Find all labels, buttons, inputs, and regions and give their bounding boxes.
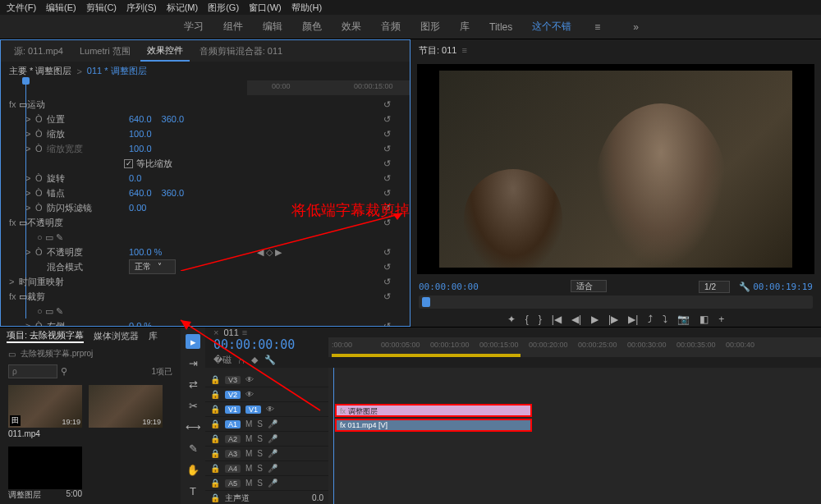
clip-adjustment-layer[interactable]: fx 调整图层 xyxy=(335,404,532,417)
slip-tool[interactable]: ⟷ xyxy=(186,419,200,434)
add-marker-icon[interactable]: ✦ xyxy=(507,314,516,325)
property-row[interactable]: fx▭裁剪↺ xyxy=(9,289,401,304)
track-header[interactable]: 🔒A4MS🎤 xyxy=(205,461,328,476)
menu-item[interactable]: 图形(G) xyxy=(208,2,239,14)
workspace-tab[interactable]: 编辑 xyxy=(261,16,284,37)
bin-item[interactable]: 田19:19011.mp4 xyxy=(8,385,82,438)
menu-item[interactable]: 标记(M) xyxy=(167,2,199,14)
panel-tab[interactable]: 音频剪辑混合器: 011 xyxy=(193,42,289,61)
property-row[interactable]: >Ò旋转0.0↺ xyxy=(9,171,401,186)
property-row[interactable]: >Ò位置640.0360.0↺ xyxy=(9,112,401,126)
ripple-tool[interactable]: ⇄ xyxy=(186,377,200,392)
panel-tab[interactable]: Lumetri 范围 xyxy=(73,42,137,61)
menu-item[interactable]: 文件(F) xyxy=(7,2,36,14)
track-select-tool[interactable]: ⇥ xyxy=(186,355,200,370)
property-row[interactable]: >Ò左侧0.0 %↺ xyxy=(9,318,401,326)
workspace-tab[interactable]: 颜色 xyxy=(300,16,323,37)
workspace-tab[interactable]: 音频 xyxy=(379,16,402,37)
effect-timeline[interactable]: 00:00 00:00:15:00 xyxy=(247,80,410,95)
workspace-tab[interactable]: 学习 xyxy=(182,16,205,37)
snap-icon[interactable]: �磁 xyxy=(213,354,232,366)
bin-item[interactable]: 19:19 xyxy=(89,385,163,438)
property-row[interactable]: >Ò缩放100.0↺ xyxy=(9,126,401,141)
selection-tool[interactable]: ▸ xyxy=(186,334,200,349)
go-in-icon[interactable]: |◀ xyxy=(552,314,562,325)
workspace-tab[interactable]: 图形 xyxy=(419,16,442,37)
clip-video[interactable]: fx 011.mp4 [V] xyxy=(335,419,532,432)
project-bins: 田19:19011.mp419:19 xyxy=(0,380,181,443)
program-scrubber[interactable] xyxy=(419,296,813,309)
workspace-tab[interactable]: 效果 xyxy=(340,16,363,37)
track-header[interactable]: 🔒A5MS🎤 xyxy=(205,476,328,491)
link-icon[interactable]: ∩ xyxy=(238,355,245,365)
track-header[interactable]: 🔒V1V1👁 xyxy=(205,402,328,417)
property-row[interactable]: >Ò防闪烁滤镜0.00↺ xyxy=(9,200,401,215)
workspace-tab[interactable]: Titles xyxy=(488,18,514,36)
compare-icon[interactable]: ◧ xyxy=(699,314,709,325)
track-header[interactable]: 🔒V2👁 xyxy=(205,387,328,402)
export-frame-icon[interactable]: 📷 xyxy=(677,314,690,325)
transport-buttons: ✦ { } |◀ ◀| ▶ |▶ ▶| ⤴ ⤵ 📷 ◧ + xyxy=(419,314,813,325)
track-content[interactable]: fx 调整图层 fx 011.mp4 [V] xyxy=(328,368,821,504)
menu-item[interactable]: 剪辑(C) xyxy=(86,2,117,14)
step-back-icon[interactable]: ◀| xyxy=(571,314,581,325)
filter-icon[interactable]: ⚲ xyxy=(61,366,67,377)
track-header[interactable]: 🔒A1MS🎤 xyxy=(205,417,328,432)
program-tc-left[interactable]: 00:00:00:00 xyxy=(419,282,479,292)
menu-item[interactable]: 窗口(W) xyxy=(249,2,282,14)
menu-item[interactable]: 编辑(E) xyxy=(46,2,76,14)
menu-item[interactable]: 帮助(H) xyxy=(291,2,322,14)
project-icon: ▭ xyxy=(8,350,16,359)
timeline-ruler[interactable]: :00:0000:00:05:0000:00:10:0000:00:15:000… xyxy=(328,337,821,357)
hand-tool[interactable]: ✋ xyxy=(186,462,200,477)
property-row[interactable]: >时间重映射↺ xyxy=(9,274,401,289)
property-row[interactable]: >Ò不透明度100.0 %◀ ◇ ▶↺ xyxy=(9,245,401,259)
property-row[interactable]: 等比缩放↺ xyxy=(9,156,401,171)
project-tab[interactable]: 库 xyxy=(149,330,158,342)
track-header[interactable]: 🔒A3MS🎤 xyxy=(205,447,328,461)
panel-tab[interactable]: 源: 011.mp4 xyxy=(7,42,70,61)
property-row[interactable]: >Ò锚点640.0360.0↺ xyxy=(9,186,401,200)
project-name: 去除视频字幕.prproj xyxy=(21,348,93,360)
mark-out-icon[interactable]: } xyxy=(539,314,542,325)
workspace-tab[interactable]: 库 xyxy=(458,16,471,37)
project-search-input[interactable] xyxy=(8,364,57,378)
property-row[interactable]: fx▭运动↺ xyxy=(9,97,401,112)
settings-icon[interactable]: + xyxy=(718,314,724,325)
pen-tool[interactable]: ✎ xyxy=(186,441,200,456)
type-tool[interactable]: T xyxy=(186,483,200,498)
timeline-tc[interactable]: 00:00:00:00 xyxy=(205,337,328,352)
track-header[interactable]: 🔒V3👁 xyxy=(205,373,328,387)
adjustment-layer-bin[interactable]: 调整图层5:00 xyxy=(8,447,82,501)
menu-item[interactable]: 序列(S) xyxy=(126,2,157,14)
project-tab[interactable]: 项目: 去除视频字幕 xyxy=(7,329,84,343)
fit-dropdown[interactable]: 适合 xyxy=(571,280,607,292)
mark-in-icon[interactable]: { xyxy=(525,314,529,325)
workspace-tab[interactable]: 组件 xyxy=(222,16,245,37)
property-row[interactable]: >Ò缩放宽度100.0↺ xyxy=(9,141,401,156)
extract-icon[interactable]: ⤵ xyxy=(663,314,667,325)
settings-icon[interactable]: 🔧 xyxy=(264,355,276,365)
play-icon[interactable]: ▶ xyxy=(591,314,599,325)
timeline-playhead[interactable] xyxy=(333,368,334,504)
lift-icon[interactable]: ⤴ xyxy=(648,314,653,325)
tools-strip: ▸ ⇥ ⇄ ✂ ⟷ ✎ ✋ T xyxy=(181,328,205,504)
property-row[interactable]: ○ ▭ ✎ xyxy=(9,230,401,245)
panel-tab[interactable]: 效果控件 xyxy=(140,41,190,62)
marker-icon[interactable]: ◆ xyxy=(251,355,258,365)
workspace-tab[interactable]: 这个不错 xyxy=(530,16,573,37)
go-out-icon[interactable]: ▶| xyxy=(628,314,638,325)
sequence-name[interactable]: 011 xyxy=(223,328,238,337)
step-fwd-icon[interactable]: |▶ xyxy=(608,314,618,325)
property-row[interactable]: ○ ▭ ✎ xyxy=(9,304,401,318)
effect-clip-label: 011 * 调整图层 xyxy=(87,65,147,77)
track-header[interactable]: 🔒A2MS🎤 xyxy=(205,432,328,447)
razor-tool[interactable]: ✂ xyxy=(186,398,200,413)
property-row[interactable]: fx▭不透明度↺ xyxy=(9,215,401,230)
program-monitor[interactable] xyxy=(417,64,814,274)
effect-controls-panel: 源: 011.mp4Lumetri 范围效果控件音频剪辑混合器: 011 主要 … xyxy=(0,39,410,327)
scale-dropdown[interactable]: 1/2 xyxy=(699,281,730,293)
project-tab[interactable]: 媒体浏览器 xyxy=(94,330,139,342)
property-row[interactable]: 混合模式正常 ˅↺ xyxy=(9,259,401,274)
program-monitor-panel: 节目: 011 ≡ 00:00:00:00 适合 1/2 🔧 00:00:19:… xyxy=(410,39,821,327)
